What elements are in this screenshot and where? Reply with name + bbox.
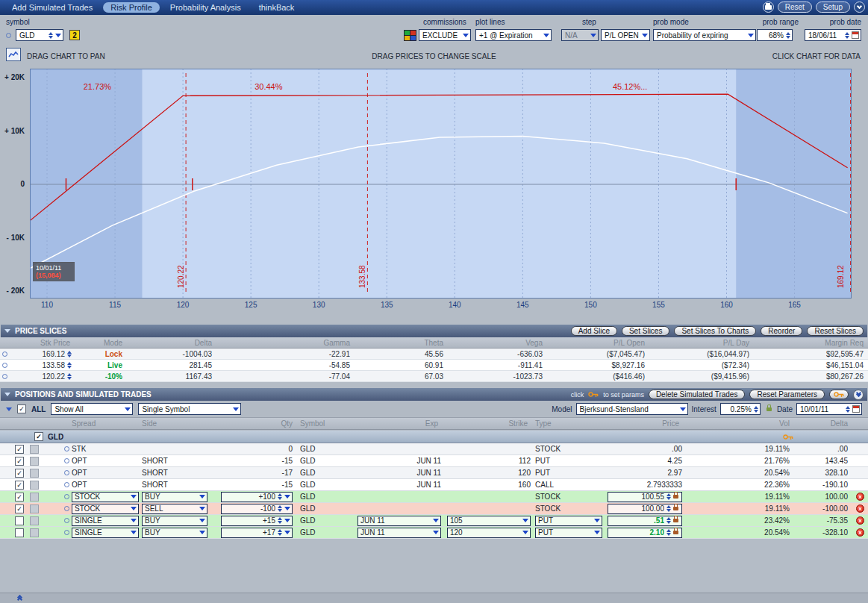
- side-select[interactable]: SELL: [142, 504, 207, 514]
- spread-select[interactable]: STOCK: [72, 492, 139, 502]
- lock-icon[interactable]: [766, 407, 772, 411]
- spinner-icon[interactable]: [67, 362, 72, 369]
- row-marker-icon[interactable]: [64, 458, 69, 463]
- qty-stepper[interactable]: +17: [221, 528, 293, 538]
- spinner-icon[interactable]: [278, 529, 282, 536]
- spinner-icon[interactable]: [666, 517, 671, 524]
- lock-icon[interactable]: [673, 519, 678, 522]
- row-marker-icon[interactable]: [64, 494, 69, 499]
- spread-select[interactable]: SINGLE: [72, 528, 139, 538]
- step-select[interactable]: N/A: [561, 29, 599, 41]
- reset-parameters-button[interactable]: Reset Parameters: [749, 390, 825, 399]
- type-select[interactable]: PUT: [535, 528, 602, 538]
- stk-price-stepper[interactable]: 169.12: [12, 350, 75, 358]
- setup-button[interactable]: Setup: [816, 1, 850, 13]
- spinner-icon[interactable]: [67, 373, 72, 380]
- qty-stepper[interactable]: +15: [221, 516, 293, 526]
- prob-mode-select[interactable]: Probability of expiring: [653, 29, 756, 41]
- prob-range-stepper[interactable]: 68%: [757, 29, 793, 41]
- row-flag-checkbox[interactable]: [30, 469, 39, 478]
- set-slices-to-charts-button[interactable]: Set Slices To Charts: [674, 326, 756, 336]
- interest-spinner[interactable]: [754, 406, 758, 413]
- row-flag-checkbox[interactable]: [30, 504, 39, 513]
- set-slices-button[interactable]: Set Slices: [622, 326, 669, 336]
- spread-select[interactable]: STOCK: [72, 504, 139, 514]
- qty-stepper[interactable]: -100: [221, 504, 293, 514]
- stk-price-stepper[interactable]: 133.58: [12, 361, 75, 369]
- strike-select[interactable]: 105: [447, 516, 531, 526]
- spinner-icon[interactable]: [278, 493, 282, 500]
- exp-select[interactable]: JUN 11: [357, 528, 441, 538]
- strike-select[interactable]: 120: [447, 528, 531, 538]
- key-icon[interactable]: [783, 434, 793, 440]
- row-marker-icon[interactable]: [64, 482, 69, 487]
- row-flag-checkbox[interactable]: [30, 481, 39, 490]
- exp-select[interactable]: JUN 11: [357, 516, 441, 526]
- date-spinner[interactable]: [846, 406, 850, 413]
- commissions-grid-icon[interactable]: [404, 30, 416, 41]
- row-checkbox[interactable]: [15, 469, 24, 478]
- row-marker-icon[interactable]: [64, 446, 69, 452]
- spinner-icon[interactable]: [278, 505, 282, 512]
- row-marker-icon[interactable]: [64, 530, 69, 535]
- row-flag-checkbox[interactable]: [30, 457, 39, 466]
- reset-slices-button[interactable]: Reset Slices: [807, 326, 864, 336]
- side-select[interactable]: BUY: [142, 492, 207, 502]
- price-stepper[interactable]: .51: [608, 516, 682, 526]
- all-checkbox[interactable]: [17, 404, 26, 413]
- row-marker-icon[interactable]: [2, 363, 7, 368]
- row-marker-icon[interactable]: [64, 518, 69, 523]
- spinner-icon[interactable]: [67, 351, 72, 357]
- row-marker-icon[interactable]: [64, 506, 69, 511]
- collapse-triangle-icon[interactable]: [4, 393, 10, 396]
- price-stepper[interactable]: 100.55: [608, 492, 682, 502]
- collapse-triangle-icon[interactable]: [6, 407, 12, 411]
- row-flag-checkbox[interactable]: [30, 445, 39, 454]
- spinner-icon[interactable]: [666, 493, 671, 500]
- symbol-spinner[interactable]: [49, 32, 53, 39]
- row-marker-icon[interactable]: [2, 352, 7, 357]
- spinner-icon[interactable]: [278, 517, 282, 524]
- qty-stepper[interactable]: +100: [221, 492, 293, 502]
- lock-icon[interactable]: [673, 495, 678, 499]
- row-checkbox[interactable]: [15, 528, 24, 537]
- plot-lines-select[interactable]: +1 @ Expiration: [475, 29, 552, 41]
- commissions-select[interactable]: EXCLUDE: [419, 29, 471, 41]
- symbol-count-badge[interactable]: 2: [69, 30, 80, 40]
- group-checkbox[interactable]: [34, 432, 43, 441]
- row-marker-icon[interactable]: [64, 470, 69, 475]
- slice-mode[interactable]: Live: [75, 361, 127, 369]
- expand-all-button[interactable]: [853, 390, 864, 400]
- set-params-button[interactable]: [829, 390, 849, 399]
- tab-risk-profile[interactable]: Risk Profile: [103, 2, 160, 13]
- delete-trade-button[interactable]: x: [856, 493, 864, 501]
- spinner-icon[interactable]: [666, 529, 671, 536]
- side-select[interactable]: BUY: [142, 528, 207, 538]
- collapse-triangle-icon[interactable]: [4, 329, 10, 333]
- slice-mode[interactable]: -10%: [75, 372, 127, 381]
- reorder-button[interactable]: Reorder: [761, 326, 802, 336]
- lock-icon[interactable]: [673, 531, 678, 534]
- calendar-icon[interactable]: [852, 31, 859, 39]
- spread-select[interactable]: SINGLE: [72, 516, 139, 526]
- tab-probability-analysis[interactable]: Probability Analysis: [163, 2, 249, 13]
- add-slice-button[interactable]: Add Slice: [571, 326, 617, 336]
- reset-button[interactable]: Reset: [778, 1, 812, 13]
- prob-range-spinner[interactable]: [786, 32, 790, 39]
- calendar-icon[interactable]: [852, 405, 860, 413]
- row-checkbox[interactable]: [15, 493, 24, 502]
- show-all-select[interactable]: Show All: [51, 403, 133, 415]
- type-select[interactable]: PUT: [535, 516, 602, 526]
- row-checkbox[interactable]: [15, 504, 24, 513]
- expand-up-button[interactable]: [18, 596, 22, 601]
- delete-trade-button[interactable]: x: [856, 528, 864, 537]
- panel-collapse-button[interactable]: [854, 1, 865, 13]
- tab-thinkback[interactable]: thinkBack: [252, 2, 302, 13]
- row-checkbox[interactable]: [15, 481, 24, 490]
- row-checkbox[interactable]: [15, 457, 24, 466]
- slice-mode[interactable]: Lock: [75, 350, 127, 358]
- pl-mode-select[interactable]: P/L OPEN: [601, 29, 650, 41]
- row-flag-checkbox[interactable]: [30, 516, 39, 525]
- row-checkbox[interactable]: [15, 445, 24, 454]
- stk-price-stepper[interactable]: 120.22: [12, 372, 75, 381]
